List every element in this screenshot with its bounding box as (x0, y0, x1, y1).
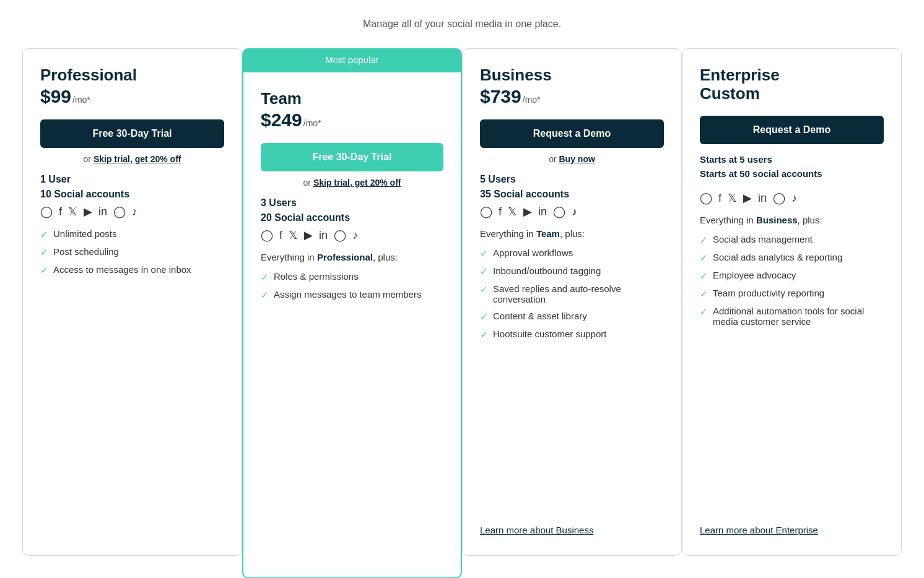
feature-social-ads-analytics: ✓Social ads analytics & reporting (700, 252, 884, 264)
check-icon: ✓ (40, 247, 48, 258)
business-price: $739 (480, 86, 521, 107)
enterprise-social-icons: ◯ f 𝕏 ▶ in ◯ ♪ (700, 192, 884, 204)
plan-business: Business $739 /mo* Request a Demo or Buy… (462, 48, 682, 556)
enterprise-plan-name: EnterpriseCustom (700, 66, 884, 103)
facebook-icon: f (59, 206, 62, 217)
pinterest-icon: ◯ (113, 206, 126, 217)
business-everything-in: Everything in Team, plus: (480, 228, 664, 239)
team-skip-anchor[interactable]: Skip trial, get 20% off (313, 178, 401, 188)
instagram-icon: ◯ (700, 192, 712, 204)
team-trial-button[interactable]: Free 30-Day Trial (261, 143, 443, 171)
business-learn-more-link[interactable]: Learn more about Business (480, 512, 664, 535)
youtube-icon: ▶ (743, 192, 752, 204)
professional-social-icons: ◯ f 𝕏 ▶ in ◯ ♪ (40, 206, 224, 217)
feature-roles: ✓Roles & permissions (261, 271, 443, 283)
check-icon: ✓ (40, 229, 48, 240)
pinterest-icon: ◯ (334, 230, 346, 241)
feature-inbound-outbound: ✓Inbound/outbound tagging (480, 265, 664, 277)
feature-post-scheduling: ✓Post scheduling (40, 246, 224, 258)
check-icon: ✓ (480, 311, 488, 322)
enterprise-features: ✓Social ads management ✓Social ads analy… (700, 234, 884, 420)
linkedin-icon: in (98, 206, 107, 217)
business-plan-name: Business (480, 66, 664, 85)
business-buy-anchor[interactable]: Buy now (559, 154, 595, 164)
feature-approval-workflows: ✓Approval workflows (480, 248, 664, 259)
feature-assign-messages: ✓Assign messages to team members (261, 289, 443, 301)
popular-badge: Most popular (242, 48, 462, 71)
check-icon: ✓ (261, 272, 269, 283)
check-icon: ✓ (261, 290, 269, 301)
plan-team: Most popular Team $249 /mo* Free 30-Day … (242, 48, 462, 578)
feature-automation-tools: ✓Additional automation tools for social … (700, 306, 884, 327)
plans-container: Professional $99 /mo* Free 30-Day Trial … (22, 48, 902, 578)
team-everything-in: Everything in Professional, plus: (261, 252, 443, 262)
facebook-icon: f (499, 206, 502, 217)
check-icon: ✓ (480, 329, 488, 340)
feature-social-ads-mgmt: ✓Social ads management (700, 234, 884, 246)
pinterest-icon: ◯ (773, 192, 785, 204)
business-features: ✓Approval workflows ✓Inbound/outbound ta… (480, 248, 664, 426)
team-plan-name: Team (261, 90, 443, 108)
business-demo-button[interactable]: Request a Demo (480, 119, 664, 148)
check-icon: ✓ (480, 248, 488, 259)
feature-team-productivity: ✓Team productivity reporting (700, 288, 884, 300)
feature-employee-advocacy: ✓Employee advocacy (700, 270, 884, 282)
check-icon: ✓ (700, 252, 708, 264)
professional-skip-anchor[interactable]: Skip trial, get 20% off (94, 154, 181, 164)
professional-plan-name: Professional (40, 66, 224, 85)
business-users: 5 Users (480, 174, 664, 185)
plan-card-enterprise: EnterpriseCustom Request a Demo Starts a… (682, 48, 902, 556)
enterprise-starts-at-users: Starts at 5 users (700, 154, 884, 165)
professional-period: /mo* (72, 95, 90, 105)
check-icon: ✓ (700, 270, 708, 282)
facebook-icon: f (279, 230, 282, 241)
feature-content-library: ✓Content & asset library (480, 311, 664, 322)
check-icon: ✓ (480, 284, 488, 295)
professional-skip-link: or Skip trial, get 20% off (40, 154, 224, 164)
plan-card-professional: Professional $99 /mo* Free 30-Day Trial … (22, 48, 242, 556)
enterprise-everything-in: Everything in Business, plus: (700, 215, 884, 225)
check-icon: ✓ (40, 265, 48, 276)
linkedin-icon: in (538, 206, 547, 217)
tiktok-icon: ♪ (572, 206, 577, 217)
professional-users: 1 User (40, 174, 224, 185)
twitter-icon: 𝕏 (289, 230, 298, 241)
business-period: /mo* (523, 95, 541, 105)
twitter-icon: 𝕏 (508, 206, 517, 217)
business-social-accounts: 35 Social accounts (480, 189, 664, 200)
team-period: /mo* (303, 118, 321, 128)
tiktok-icon: ♪ (132, 206, 137, 217)
check-icon: ✓ (480, 266, 488, 277)
team-skip-link: or Skip trial, get 20% off (261, 178, 443, 188)
enterprise-demo-button[interactable]: Request a Demo (700, 116, 884, 144)
youtube-icon: ▶ (523, 206, 532, 217)
feature-hootsuite-support: ✓Hootsuite customer support (480, 329, 664, 340)
team-features: ✓Roles & permissions ✓Assign messages to… (261, 271, 443, 558)
feature-saved-replies: ✓Saved replies and auto-resolve conversa… (480, 283, 664, 304)
plan-card-business: Business $739 /mo* Request a Demo or Buy… (462, 48, 682, 556)
professional-price: $99 (40, 86, 71, 107)
tiktok-icon: ♪ (791, 192, 797, 204)
youtube-icon: ▶ (304, 230, 313, 241)
enterprise-starts-at-accounts: Starts at 50 social accounts (700, 168, 884, 179)
twitter-icon: 𝕏 (68, 206, 77, 217)
enterprise-learn-more-link[interactable]: Learn more about Enterprise (700, 512, 884, 535)
feature-unlimited-posts: ✓Unlimited posts (40, 228, 224, 240)
team-social-accounts: 20 Social accounts (261, 212, 443, 223)
professional-trial-button[interactable]: Free 30-Day Trial (40, 119, 224, 148)
team-social-icons: ◯ f 𝕏 ▶ in ◯ ♪ (261, 230, 443, 241)
feature-messages-inbox: ✓Access to messages in one inbox (40, 264, 224, 276)
check-icon: ✓ (700, 306, 708, 317)
plan-enterprise: EnterpriseCustom Request a Demo Starts a… (682, 48, 902, 556)
youtube-icon: ▶ (84, 206, 92, 217)
business-social-icons: ◯ f 𝕏 ▶ in ◯ ♪ (480, 206, 664, 217)
professional-features: ✓Unlimited posts ✓Post scheduling ✓Acces… (40, 228, 224, 535)
check-icon: ✓ (700, 235, 708, 246)
business-buy-link: or Buy now (480, 154, 664, 164)
professional-social-accounts: 10 Social accounts (40, 189, 224, 200)
check-icon: ✓ (700, 288, 708, 300)
facebook-icon: f (718, 192, 721, 204)
tiktok-icon: ♪ (352, 230, 358, 241)
twitter-icon: 𝕏 (728, 192, 737, 204)
team-price: $249 (261, 110, 302, 131)
